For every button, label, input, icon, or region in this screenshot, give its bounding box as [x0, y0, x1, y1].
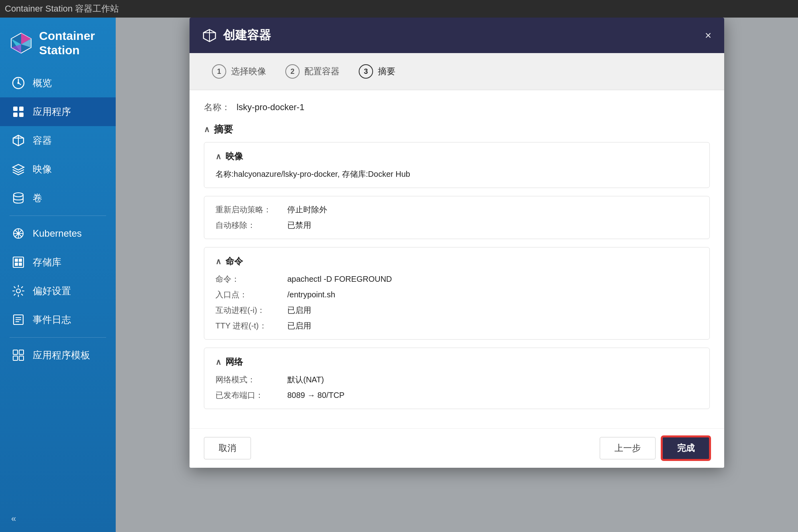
modal-header: 创建容器 ×: [190, 18, 724, 53]
close-button[interactable]: ×: [705, 30, 711, 41]
command-val-2: 已启用: [287, 305, 311, 316]
network-val-1: 8089 → 80/TCP: [287, 391, 344, 400]
eventlog-icon: [11, 312, 26, 327]
autoremove-row: 自动移除： 已禁用: [215, 220, 698, 231]
modal-footer: 取消 上一步 完成: [190, 428, 724, 468]
restart-key: 重新启动策略：: [215, 204, 287, 215]
step-2-circle: 2: [285, 64, 300, 79]
sidebar-item-volumes[interactable]: 卷: [0, 184, 116, 212]
sidebar-title: Container Station: [39, 29, 106, 57]
svg-rect-22: [13, 257, 24, 267]
image-toggle[interactable]: ∧: [215, 152, 221, 161]
step-3-label: 摘要: [378, 65, 395, 77]
sidebar-item-registry[interactable]: 存储库: [0, 248, 116, 277]
sidebar: Container Station 概览: [0, 18, 116, 532]
sidebar-label-images: 映像: [33, 163, 52, 176]
name-row: 名称： lsky-pro-docker-1: [204, 101, 710, 113]
sidebar-label-overview: 概览: [33, 77, 52, 89]
command-toggle[interactable]: ∧: [215, 257, 221, 266]
sidebar-item-preferences[interactable]: 偏好设置: [0, 277, 116, 305]
autoremove-key: 自动移除：: [215, 220, 287, 231]
network-key-0: 网络模式：: [215, 374, 287, 385]
network-card: ∧ 网络 网络模式： 默认(NAT) 已发布端口： 8089 → 80/TCP: [204, 348, 710, 409]
network-val-0: 默认(NAT): [287, 374, 324, 385]
finish-button[interactable]: 完成: [662, 437, 710, 460]
settings-icon: [11, 284, 26, 298]
sidebar-label-containers: 容器: [33, 134, 52, 147]
step-2: 2 配置容器: [276, 61, 349, 82]
svg-rect-25: [15, 263, 18, 266]
restart-row: 重新启动策略： 停止时除外: [215, 204, 698, 215]
command-row-0: 命令： apachectl -D FOREGROUND: [215, 274, 698, 285]
sidebar-label-applications: 应用程序: [33, 105, 71, 118]
templates-icon: [11, 348, 26, 362]
modal-title: 创建容器: [223, 27, 271, 44]
step-3-circle: 3: [359, 64, 373, 79]
database-icon: [11, 191, 26, 205]
modal-title-group: 创建容器: [202, 27, 271, 44]
network-key-1: 已发布端口：: [215, 390, 287, 401]
svg-rect-26: [19, 263, 22, 266]
command-row-2: 互动进程(-i)： 已启用: [215, 305, 698, 316]
sidebar-item-eventlog[interactable]: 事件日志: [0, 305, 116, 334]
container-icon-modal: [202, 28, 217, 43]
image-title: 映像: [225, 150, 243, 162]
svg-rect-7: [13, 107, 18, 111]
name-label: 名称：: [204, 101, 230, 113]
svg-point-15: [14, 193, 23, 197]
sidebar-item-applications[interactable]: 应用程序: [0, 97, 116, 126]
container-icon: [11, 133, 26, 148]
step-1: 1 选择映像: [202, 61, 276, 82]
modal-overlay: 创建容器 × 1 选择映像 2: [116, 18, 798, 532]
modal-body: 名称： lsky-pro-docker-1 ∧ 摘要 ∧ 映像: [190, 90, 724, 428]
step-1-circle: 1: [212, 64, 226, 79]
step-3: 3 摘要: [349, 61, 405, 82]
command-val-0: apachectl -D FOREGROUND: [287, 275, 392, 284]
command-key-0: 命令：: [215, 274, 287, 285]
command-section-title: ∧ 命令: [215, 255, 698, 267]
svg-rect-24: [19, 259, 22, 262]
sidebar-header: Container Station: [0, 18, 116, 69]
sidebar-item-images[interactable]: 映像: [0, 155, 116, 184]
command-card: ∧ 命令 命令： apachectl -D FOREGROUND 入口点： /e…: [204, 247, 710, 340]
collapse-button[interactable]: «: [11, 514, 16, 524]
title-bar-text: Container Station 容器工作站: [5, 3, 119, 15]
svg-rect-35: [19, 356, 24, 360]
summary-title: 摘要: [214, 123, 233, 136]
main-layout: Container Station 概览: [0, 18, 798, 532]
svg-rect-9: [13, 113, 18, 117]
sidebar-label-volumes: 卷: [33, 192, 42, 204]
command-row-3: TTY 进程(-t)： 已启用: [215, 320, 698, 331]
network-row-0: 网络模式： 默认(NAT): [215, 374, 698, 385]
sidebar-item-kubernetes[interactable]: Kubernetes: [0, 219, 116, 248]
dashboard-icon: [11, 76, 26, 90]
sidebar-item-overview[interactable]: 概览: [0, 69, 116, 97]
summary-toggle[interactable]: ∧: [204, 125, 210, 134]
policy-card: 重新启动策略： 停止时除外 自动移除： 已禁用: [204, 196, 710, 239]
sidebar-footer: «: [0, 506, 116, 532]
network-title: 网络: [225, 356, 243, 368]
title-bar: Container Station 容器工作站: [0, 0, 798, 18]
prev-button[interactable]: 上一步: [600, 437, 656, 459]
image-card: ∧ 映像 名称:halcyonazure/lsky-pro-docker, 存储…: [204, 142, 710, 188]
svg-rect-34: [19, 350, 24, 354]
sidebar-label-registry: 存储库: [33, 256, 61, 269]
network-section-title: ∧ 网络: [215, 356, 698, 368]
create-container-modal: 创建容器 × 1 选择映像 2: [190, 18, 724, 468]
command-key-2: 互动进程(-i)：: [215, 305, 287, 316]
nav-divider-1: [10, 216, 106, 216]
registry-icon: [11, 255, 26, 269]
svg-rect-10: [19, 113, 24, 117]
command-key-3: TTY 进程(-t)：: [215, 320, 287, 331]
app-logo: [10, 32, 33, 55]
cancel-button[interactable]: 取消: [204, 437, 251, 459]
image-detail-row: 名称:halcyonazure/lsky-pro-docker, 存储库:Doc…: [215, 169, 698, 180]
content-area: 创建容器 × 1 选择映像 2: [116, 18, 798, 532]
network-toggle[interactable]: ∧: [215, 357, 221, 367]
kubernetes-icon: [11, 226, 26, 241]
command-title: 命令: [225, 255, 243, 267]
nav-divider-2: [10, 337, 106, 338]
network-row-1: 已发布端口： 8089 → 80/TCP: [215, 390, 698, 401]
sidebar-item-templates[interactable]: 应用程序模板: [0, 341, 116, 370]
sidebar-item-containers[interactable]: 容器: [0, 126, 116, 155]
